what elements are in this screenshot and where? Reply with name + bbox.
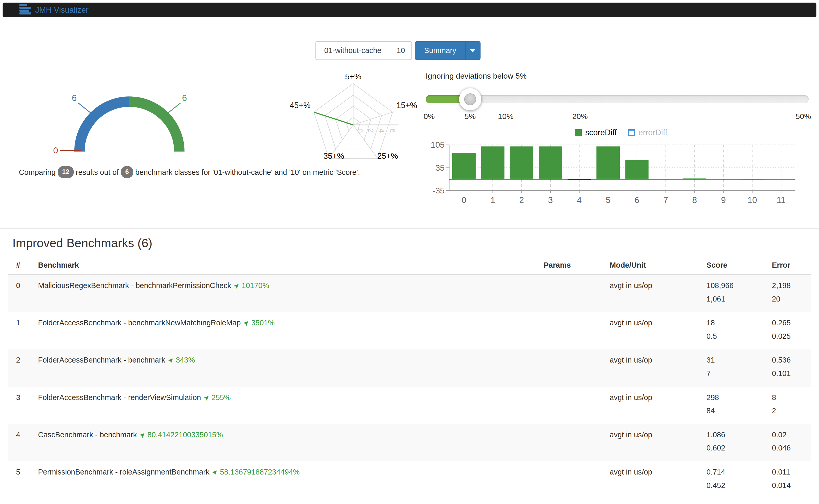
svg-text:5+%: 5+%: [345, 72, 361, 81]
view-dropdown-toggle[interactable]: [465, 41, 481, 60]
slider-track[interactable]: [426, 95, 809, 103]
row-mode-unit: avgt in us/op: [606, 312, 702, 349]
svg-text:2: 2: [519, 195, 524, 205]
row-error: 82: [768, 387, 811, 424]
svg-text:0: 0: [356, 129, 364, 133]
svg-text:0: 0: [53, 145, 58, 155]
legend-swatch-icon: [628, 129, 635, 136]
svg-text:15+%: 15+%: [396, 101, 417, 110]
deviation-radar-chart[interactable]: 02465+%15+%25+%35+%45+%: [279, 69, 430, 183]
deviation-slider-section: Ignoring deviations below 5% 0%5%10%20%5…: [426, 72, 809, 122]
row-index: 3: [8, 387, 30, 424]
improved-benchmarks-title: Improved Benchmarks (6): [12, 236, 819, 250]
row-index: 4: [8, 424, 30, 461]
row-mode-unit: avgt in us/op: [606, 387, 702, 424]
classes-count-badge: 6: [121, 166, 133, 178]
svg-text:6: 6: [182, 93, 187, 103]
row-error: 0.5360.101: [768, 349, 811, 387]
trend-up-icon: ➤: [240, 317, 253, 329]
benchmark-name: PermissionBenchmark - roleAssignmentBenc…: [38, 468, 209, 476]
svg-text:5: 5: [606, 195, 611, 205]
row-benchmark: PermissionBenchmark - roleAssignmentBenc…: [30, 461, 540, 499]
row-params: [540, 424, 606, 461]
svg-text:6: 6: [635, 195, 639, 205]
brand-link[interactable]: JMH Visualizer: [19, 4, 88, 16]
row-benchmark: FolderAccessBenchmark - renderViewSimula…: [30, 387, 540, 424]
caret-down-icon: [470, 49, 476, 52]
top-navbar: JMH Visualizer: [3, 3, 816, 17]
svg-text:7: 7: [664, 195, 668, 205]
section-divider: [0, 228, 819, 229]
svg-text:4: 4: [377, 129, 386, 133]
column-header-mode-unit: Mode/Unit: [606, 259, 702, 275]
app-title: JMH Visualizer: [35, 5, 88, 15]
benchmark-name: FolderAccessBenchmark - benchmarkNewMatc…: [38, 319, 241, 327]
slider-handle[interactable]: [459, 88, 481, 110]
svg-text:6: 6: [72, 93, 77, 103]
benchmark-name: FolderAccessBenchmark - benchmark: [38, 356, 165, 364]
svg-text:10: 10: [748, 195, 757, 205]
svg-text:35+%: 35+%: [323, 152, 344, 161]
benchmark-row[interactable]: 0MaliciousRegexBenchmark - benchmarkPerm…: [8, 275, 811, 312]
results-count-badge: 12: [58, 166, 74, 178]
change-percent: 255%: [211, 393, 230, 402]
svg-text:8: 8: [692, 195, 697, 205]
row-benchmark: FolderAccessBenchmark - benchmarkNewMatc…: [30, 312, 540, 349]
change-percent: 80.41422100335015%: [147, 431, 223, 439]
menu-list-icon[interactable]: [19, 4, 31, 16]
row-benchmark: MaliciousRegexBenchmark - benchmarkPermi…: [30, 275, 540, 312]
baseline-run-field[interactable]: 01-without-cache: [316, 42, 390, 59]
legend-item-errorDiff[interactable]: errorDiff: [628, 128, 667, 137]
benchmark-row[interactable]: 1FolderAccessBenchmark - benchmarkNewMat…: [8, 312, 811, 349]
summary-dashboard: 01-without-cache 10 Summary 660 Comparin…: [0, 17, 819, 228]
row-error: 2,19820: [768, 275, 811, 312]
row-score: 29884: [702, 387, 768, 424]
run-selector-group: 01-without-cache 10: [315, 41, 412, 60]
row-error: 0.020.046: [768, 424, 811, 461]
slider-title: Ignoring deviations below 5%: [426, 72, 809, 80]
score-diff-bar-chart[interactable]: 0123456789101110535-35: [430, 140, 813, 207]
summary-view-button[interactable]: Summary: [415, 41, 465, 60]
legend-series-label: scoreDiff: [585, 128, 617, 137]
column-header-params: Params: [540, 259, 606, 275]
trend-up-icon: ➤: [200, 391, 213, 404]
row-index: 0: [8, 275, 30, 312]
svg-text:4: 4: [577, 195, 582, 205]
row-params: [540, 275, 606, 312]
change-percent: 343%: [176, 356, 195, 364]
svg-text:2: 2: [367, 129, 375, 133]
benchmark-name: CascBenchmark - benchmark: [38, 431, 137, 439]
row-params: [540, 461, 606, 499]
row-mode-unit: avgt in us/op: [606, 349, 702, 387]
comparison-gauge-chart[interactable]: 660: [18, 80, 241, 163]
trend-up-icon: ➤: [164, 354, 177, 367]
slider-tick-label: 20%: [572, 112, 588, 121]
svg-text:9: 9: [721, 195, 726, 205]
trend-up-icon: ➤: [136, 428, 149, 441]
row-params: [540, 349, 606, 387]
svg-text:25+%: 25+%: [377, 152, 398, 161]
row-mode-unit: avgt in us/op: [606, 275, 702, 312]
benchmark-row[interactable]: 3FolderAccessBenchmark - renderViewSimul…: [8, 387, 811, 424]
benchmark-name: FolderAccessBenchmark - renderViewSimula…: [38, 393, 201, 402]
bar-chart-legend: scoreDifferrorDiff: [430, 128, 813, 137]
legend-item-scoreDiff[interactable]: scoreDiff: [575, 128, 617, 137]
change-percent: 10170%: [242, 281, 269, 290]
row-params: [540, 312, 606, 349]
slider-tick-labels: 0%5%10%20%50%: [426, 112, 809, 122]
comparison-run-field[interactable]: 10: [390, 42, 412, 59]
column-header-score: Score: [702, 259, 768, 275]
row-benchmark: FolderAccessBenchmark - benchmark➤343%: [30, 349, 540, 387]
trend-up-icon: ➤: [208, 466, 221, 479]
row-score: 317: [702, 349, 768, 387]
column-header-benchmark: Benchmark: [30, 259, 540, 275]
legend-swatch-icon: [575, 129, 582, 136]
benchmark-row[interactable]: 2FolderAccessBenchmark - benchmark➤343%a…: [8, 349, 811, 387]
row-score: 180.5: [702, 312, 768, 349]
row-index: 1: [8, 312, 30, 349]
row-benchmark: CascBenchmark - benchmark➤80.41422100335…: [30, 424, 540, 461]
benchmark-row[interactable]: 4CascBenchmark - benchmark➤80.4142210033…: [8, 424, 811, 461]
row-score: 108,9661,061: [702, 275, 768, 312]
change-percent: 3501%: [251, 319, 274, 327]
benchmark-row[interactable]: 5PermissionBenchmark - roleAssignmentBen…: [8, 461, 811, 499]
